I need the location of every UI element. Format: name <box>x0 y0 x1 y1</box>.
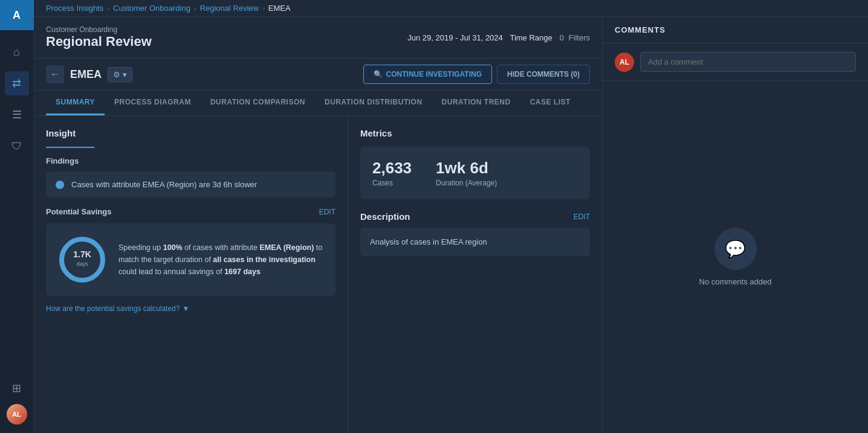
filters-display: 0 Filters <box>560 33 590 42</box>
tab-duration-comparison[interactable]: DURATION COMPARISON <box>201 91 315 115</box>
breadcrumb-sep-2: › <box>194 5 196 12</box>
page-subtitle: Customer Onboarding <box>46 25 152 34</box>
invest-bar-right: 🔍 CONTINUE INVESTIGATING HIDE COMMENTS (… <box>363 65 590 84</box>
main-area: Process Insights › Customer Onboarding ›… <box>34 0 868 433</box>
breadcrumb-customer-onboarding[interactable]: Customer Onboarding <box>113 4 190 13</box>
tab-case-list[interactable]: CASE LIST <box>520 91 580 115</box>
comments-header: COMMENTS <box>603 17 868 43</box>
finding-item: Cases with attribute EMEA (Region) are 3… <box>46 172 335 197</box>
duration-value: 1wk 6d <box>436 159 497 178</box>
insight-section: Insight Findings Cases with attribute EM… <box>34 116 348 433</box>
insight-title: Insight <box>46 128 335 138</box>
tab-process-diagram[interactable]: PROCESS DIAGRAM <box>105 91 201 115</box>
continue-investigating-button[interactable]: 🔍 CONTINUE INVESTIGATING <box>363 65 492 84</box>
duration-label: Duration (Average) <box>436 179 497 187</box>
page-title: Regional Review <box>46 34 152 50</box>
back-button[interactable]: ← <box>46 65 64 83</box>
left-panel: Customer Onboarding Regional Review Jun … <box>34 17 602 433</box>
savings-calculation-link[interactable]: How are the potential savings calculated… <box>46 304 189 313</box>
comments-panel: COMMENTS AL 💬 No comments added <box>602 17 868 433</box>
gear-icon: ⚙ <box>113 70 120 79</box>
investigation-label: EMEA <box>70 68 102 81</box>
metric-duration: 1wk 6d Duration (Average) <box>436 159 497 187</box>
time-range-value: Jun 29, 2019 - Jul 31, 2024 <box>407 33 503 42</box>
breadcrumb-emea: EMEA <box>268 4 291 13</box>
header-left: Customer Onboarding Regional Review <box>46 25 152 50</box>
investigation-bar: ← EMEA ⚙ ▾ 🔍 CONTINUE INVESTIGATING HIDE… <box>34 59 602 91</box>
tabs-bar: SUMMARY PROCESS DIAGRAM DURATION COMPARI… <box>34 91 602 116</box>
metrics-description-section: Metrics 2,633 Cases 1wk 6d Duration (Ave… <box>348 116 602 433</box>
breadcrumb-regional-review[interactable]: Regional Review <box>200 4 259 13</box>
tab-duration-distribution[interactable]: DURATION DISTRIBUTION <box>315 91 432 115</box>
comment-input[interactable] <box>640 52 856 72</box>
finding-dot-icon <box>56 181 64 189</box>
time-range-label: Time Range <box>510 33 552 42</box>
description-card: Analysis of cases in EMEA region <box>360 228 590 256</box>
savings-card: 1.7K days Speeding up 100% of cases with… <box>46 223 335 296</box>
breadcrumb-process-insights[interactable]: Process Insights <box>46 4 103 13</box>
cases-label: Cases <box>372 179 412 187</box>
metrics-card: 2,633 Cases 1wk 6d Duration (Average) <box>360 147 590 199</box>
app-logo[interactable]: A <box>0 0 34 30</box>
description-header: Description EDIT <box>360 211 590 222</box>
sidebar: A ⌂ ⇄ ☰ 🛡 ⊞ AL <box>0 0 34 433</box>
topbar: Process Insights › Customer Onboarding ›… <box>34 0 868 17</box>
sidebar-icon-home[interactable]: ⌂ <box>5 40 29 64</box>
svg-text:1.7K: 1.7K <box>73 249 91 259</box>
potential-savings-header: Potential Savings EDIT <box>46 207 335 216</box>
header-right: Jun 29, 2019 - Jul 31, 2024 Time Range 0… <box>407 33 590 42</box>
description-title: Description <box>360 211 410 222</box>
time-range-display: Jun 29, 2019 - Jul 31, 2024 Time Range <box>407 33 552 42</box>
svg-text:days: days <box>76 261 88 267</box>
potential-savings-edit[interactable]: EDIT <box>319 208 335 216</box>
sidebar-icon-grid[interactable]: ⊞ <box>5 376 29 400</box>
description-edit[interactable]: EDIT <box>574 213 590 221</box>
savings-description: Speeding up 100% of cases with attribute… <box>118 242 323 278</box>
no-comments-text: No comments added <box>699 277 772 286</box>
tab-duration-trend[interactable]: DURATION TREND <box>432 91 520 115</box>
user-avatar[interactable]: AL <box>7 404 27 425</box>
metrics-title: Metrics <box>360 128 590 138</box>
main-content: Insight Findings Cases with attribute EM… <box>34 116 602 433</box>
page-header: Customer Onboarding Regional Review Jun … <box>34 17 602 59</box>
insight-divider <box>46 147 94 148</box>
breadcrumb: Process Insights › Customer Onboarding ›… <box>46 4 291 13</box>
continue-label: CONTINUE INVESTIGATING <box>386 70 482 79</box>
chevron-down-icon: ▼ <box>182 304 189 313</box>
svg-point-1 <box>62 239 103 280</box>
sidebar-icon-analytics[interactable]: ⇄ <box>5 71 29 95</box>
no-comments-area: 💬 No comments added <box>603 81 868 433</box>
filters-label: Filters <box>569 33 590 42</box>
breadcrumb-sep-3: › <box>262 5 265 12</box>
tab-summary[interactable]: SUMMARY <box>46 91 105 115</box>
settings-chevron: ▾ <box>123 70 127 79</box>
potential-savings-label: Potential Savings <box>46 207 111 216</box>
no-comments-icon: 💬 <box>714 228 757 270</box>
invest-bar-left: ← EMEA ⚙ ▾ <box>46 65 132 83</box>
savings-circle-chart: 1.7K days <box>58 236 106 284</box>
settings-button[interactable]: ⚙ ▾ <box>108 67 132 82</box>
content-area: Customer Onboarding Regional Review Jun … <box>34 17 868 433</box>
description-text: Analysis of cases in EMEA region <box>370 237 487 246</box>
hide-comments-button[interactable]: HIDE COMMENTS (0) <box>497 65 590 84</box>
filters-count: 0 <box>560 33 564 42</box>
comment-input-row: AL <box>603 43 868 81</box>
sidebar-icon-data[interactable]: ☰ <box>5 103 29 127</box>
user-avatar-initials: AL <box>615 53 634 72</box>
cases-value: 2,633 <box>372 159 412 178</box>
findings-label: Findings <box>46 156 335 165</box>
search-icon: 🔍 <box>374 70 383 79</box>
metric-cases: 2,633 Cases <box>372 159 412 187</box>
finding-text: Cases with attribute EMEA (Region) are 3… <box>71 180 257 189</box>
breadcrumb-sep-1: › <box>107 5 109 12</box>
sidebar-icon-shield[interactable]: 🛡 <box>5 134 29 158</box>
